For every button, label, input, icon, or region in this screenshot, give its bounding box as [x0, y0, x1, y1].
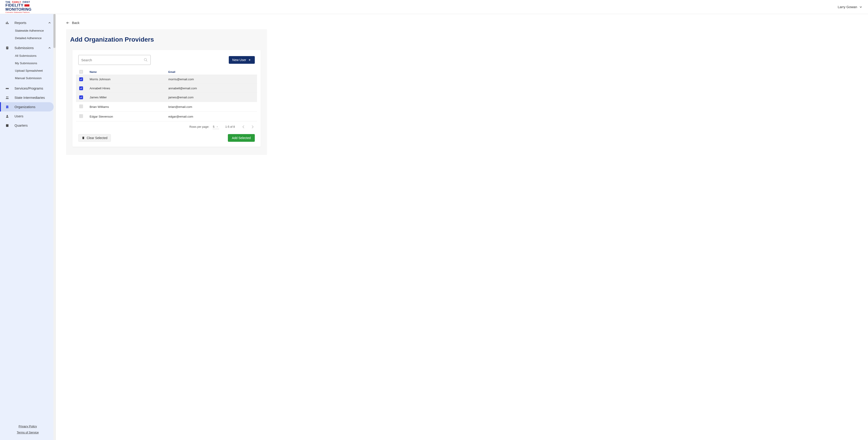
clear-selected-label: Clear Selected — [87, 136, 107, 140]
row-checkbox[interactable] — [79, 87, 83, 90]
logo-red-box — [25, 4, 29, 6]
search-wrapper[interactable] — [78, 55, 151, 65]
sidebar-item-all-submissions[interactable]: All Submissions — [0, 52, 56, 60]
back-link[interactable]: Back — [66, 21, 80, 25]
sidebar-section-reports-label: Reports — [14, 21, 27, 25]
table-row[interactable]: Annabell Hines annabell@email.com — [76, 84, 257, 93]
sidebar: Reports Statewide Adherence Detailed Adh… — [0, 14, 56, 440]
sidebar-item-organizations-label: Organizations — [14, 105, 35, 109]
table-row[interactable]: Morris Johnson morris@email.com — [76, 75, 257, 84]
sidebar-item-users-label: Users — [14, 114, 23, 118]
column-header-name[interactable]: Name — [87, 69, 166, 75]
rows-per-page-select[interactable]: 5 — [213, 125, 219, 129]
sidebar-item-users[interactable]: Users — [0, 111, 56, 121]
arrow-left-icon — [66, 21, 70, 25]
svg-rect-11 — [7, 106, 8, 106]
next-page-button[interactable] — [250, 125, 255, 129]
new-user-label: New User — [232, 58, 246, 62]
sidebar-item-quarters-label: Quarters — [14, 124, 28, 127]
calendar-icon — [5, 124, 9, 127]
cell-email: edgar@email.com — [166, 112, 257, 122]
sidebar-footer: Privacy Policy Terms of Service — [0, 420, 56, 440]
sidebar-item-statewide-adherence[interactable]: Statewide Adherence — [0, 27, 56, 34]
sidebar-item-detailed-adherence[interactable]: Detailed Adherence — [0, 34, 56, 42]
sidebar-item-upload-spreadsheet[interactable]: Upload Spreadsheet — [0, 67, 56, 74]
row-checkbox[interactable] — [79, 95, 83, 99]
svg-point-15 — [6, 115, 8, 116]
chevron-down-icon — [859, 5, 863, 9]
row-checkbox[interactable] — [79, 114, 83, 118]
table-row[interactable]: Brian Williams brian@email.com — [76, 102, 257, 112]
cell-name: James Miller — [87, 93, 166, 102]
privacy-policy-link[interactable]: Privacy Policy — [0, 423, 56, 429]
providers-table: Name Email Morris Johnson morris@email.c… — [76, 69, 257, 122]
sidebar-item-services-programs-label: Services/Programs — [14, 87, 43, 90]
sidebar-item-manual-submission[interactable]: Manual Submission — [0, 74, 56, 82]
svg-rect-17 — [6, 124, 9, 125]
sidebar-item-quarters[interactable]: Quarters — [0, 121, 56, 130]
page-title: Add Organization Providers — [66, 36, 267, 43]
sidebar-item-state-intermediaries-label: State Intermediaries — [14, 96, 45, 100]
cell-email: morris@email.com — [166, 75, 257, 84]
page-panel: Add Organization Providers New User — [66, 29, 267, 155]
logo-text-first: FIRST — [23, 1, 30, 3]
card-toolbar: New User — [76, 55, 257, 69]
svg-line-22 — [146, 60, 147, 62]
plus-icon — [248, 58, 251, 62]
svg-point-7 — [6, 96, 7, 97]
table-row[interactable]: James Miller james@email.com — [76, 93, 257, 102]
svg-rect-1 — [7, 22, 8, 24]
sidebar-scrollbar-track[interactable] — [53, 14, 56, 440]
content-area: Back Add Organization Providers New User — [56, 14, 868, 440]
logo-text-monitoring: MONITORING — [5, 7, 31, 11]
search-input[interactable] — [81, 58, 144, 62]
row-checkbox[interactable] — [79, 104, 83, 108]
sidebar-item-my-submissions[interactable]: My Submissions — [0, 60, 56, 67]
svg-marker-25 — [217, 126, 218, 127]
search-icon — [144, 58, 148, 62]
user-icon — [5, 114, 9, 118]
clear-selected-button[interactable]: Clear Selected — [78, 134, 111, 142]
sidebar-section-reports[interactable]: Reports — [0, 19, 56, 27]
row-checkbox[interactable] — [79, 77, 83, 81]
user-name: Larry Gowan — [838, 5, 857, 9]
rows-per-page-value: 5 — [213, 125, 215, 128]
building-icon — [5, 105, 9, 109]
add-selected-button[interactable]: Add Selected — [228, 134, 255, 142]
sidebar-item-state-intermediaries[interactable]: State Intermediaries — [0, 93, 56, 102]
user-menu[interactable]: Larry Gowan — [838, 5, 863, 9]
cell-email: james@email.com — [166, 93, 257, 102]
column-header-email[interactable]: Email — [166, 69, 257, 75]
pagination: Rows per page: 5 1-5 of 8 — [76, 122, 257, 130]
chevron-up-icon — [48, 46, 51, 50]
rows-per-page-label: Rows per page: — [189, 125, 209, 128]
people-group-icon — [5, 96, 9, 100]
terms-of-service-link[interactable]: Terms of Service — [0, 429, 56, 436]
svg-rect-10 — [6, 106, 7, 106]
svg-rect-14 — [7, 107, 7, 108]
pagination-range: 1-5 of 8 — [225, 125, 235, 128]
sidebar-section-submissions[interactable]: Submissions — [0, 44, 56, 52]
svg-rect-2 — [8, 23, 9, 24]
sidebar-item-services-programs[interactable]: Services/Programs — [0, 84, 56, 93]
providers-card: New User Name Email — [72, 50, 261, 147]
logo-subtitle: Colorado Statewide Platform — [5, 11, 31, 13]
new-user-button[interactable]: New User — [229, 56, 255, 64]
svg-rect-13 — [7, 107, 8, 107]
back-label: Back — [72, 21, 80, 25]
table-row[interactable]: Edgar Stevenson edgar@email.com — [76, 112, 257, 122]
cell-name: Annabell Hines — [87, 84, 166, 93]
svg-rect-26 — [83, 137, 84, 139]
prev-page-button[interactable] — [241, 125, 246, 129]
dropdown-caret-icon — [216, 126, 219, 128]
cell-name: Brian Williams — [87, 102, 166, 112]
cell-name: Edgar Stevenson — [87, 112, 166, 122]
svg-rect-18 — [6, 124, 7, 125]
logo-text-fidelity: FIDELITY — [5, 3, 24, 7]
select-all-checkbox[interactable] — [79, 70, 83, 74]
handshake-icon — [5, 87, 9, 90]
document-icon — [5, 46, 9, 50]
sidebar-item-organizations[interactable]: Organizations — [0, 102, 54, 111]
chevron-up-icon — [48, 21, 51, 25]
cell-email: annabell@email.com — [166, 84, 257, 93]
